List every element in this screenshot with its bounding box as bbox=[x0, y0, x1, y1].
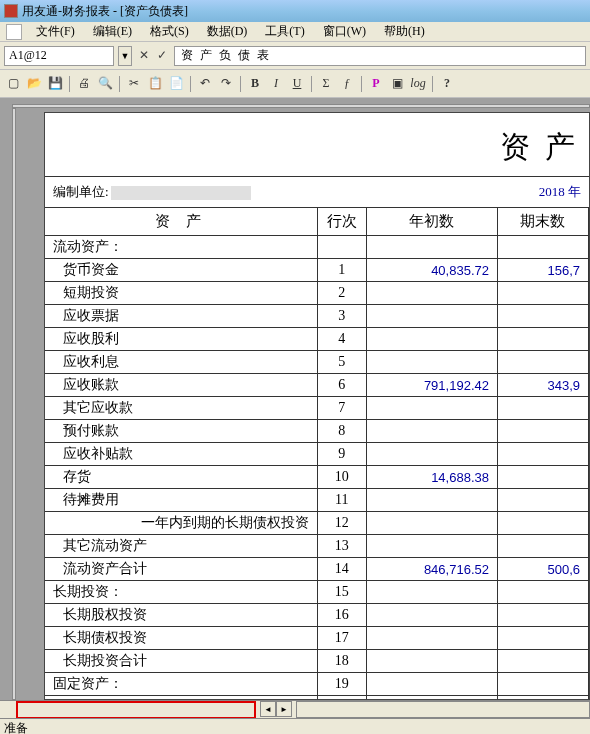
begin-cell[interactable] bbox=[367, 489, 498, 512]
line-cell[interactable]: 17 bbox=[318, 627, 367, 650]
end-cell[interactable] bbox=[498, 282, 589, 305]
end-cell[interactable] bbox=[498, 604, 589, 627]
begin-cell[interactable]: 40,835.72 bbox=[367, 259, 498, 282]
save-icon[interactable]: 💾 bbox=[46, 75, 64, 93]
begin-cell[interactable]: 14,688.38 bbox=[367, 466, 498, 489]
begin-cell[interactable] bbox=[367, 627, 498, 650]
begin-cell[interactable] bbox=[367, 512, 498, 535]
line-cell[interactable]: 8 bbox=[318, 420, 367, 443]
ruler-horizontal[interactable] bbox=[12, 104, 590, 108]
table-row[interactable]: 流动资产： bbox=[45, 236, 589, 259]
end-cell[interactable] bbox=[498, 351, 589, 374]
function-icon[interactable]: ƒ bbox=[338, 75, 356, 93]
end-cell[interactable] bbox=[498, 489, 589, 512]
window-icon[interactable]: ▣ bbox=[388, 75, 406, 93]
line-cell[interactable]: 12 bbox=[318, 512, 367, 535]
cut-icon[interactable]: ✂ bbox=[125, 75, 143, 93]
line-cell[interactable]: 10 bbox=[318, 466, 367, 489]
print-icon[interactable]: 🖨 bbox=[75, 75, 93, 93]
sum-icon[interactable]: Σ bbox=[317, 75, 335, 93]
begin-cell[interactable] bbox=[367, 328, 498, 351]
line-cell[interactable]: 1 bbox=[318, 259, 367, 282]
end-cell[interactable] bbox=[498, 627, 589, 650]
paste-icon[interactable]: 📄 bbox=[167, 75, 185, 93]
table-row[interactable]: 其它流动资产13 bbox=[45, 535, 589, 558]
scroll-right-icon[interactable]: ► bbox=[276, 701, 292, 717]
line-cell[interactable]: 3 bbox=[318, 305, 367, 328]
table-row[interactable]: 预付账款8 bbox=[45, 420, 589, 443]
cell-ref-dropdown[interactable]: ▼ bbox=[118, 46, 132, 66]
begin-cell[interactable] bbox=[367, 581, 498, 604]
ruler-vertical[interactable] bbox=[12, 108, 16, 700]
preview-icon[interactable]: 🔍 bbox=[96, 75, 114, 93]
end-cell[interactable] bbox=[498, 650, 589, 673]
begin-cell[interactable] bbox=[367, 650, 498, 673]
underline-icon[interactable]: U bbox=[288, 75, 306, 93]
table-row[interactable]: 存货1014,688.38 bbox=[45, 466, 589, 489]
menu-tools[interactable]: 工具(T) bbox=[257, 21, 312, 42]
open-icon[interactable]: 📂 bbox=[25, 75, 43, 93]
table-row[interactable]: 长期投资合计18 bbox=[45, 650, 589, 673]
table-row[interactable]: 应收补贴款9 bbox=[45, 443, 589, 466]
asset-cell[interactable]: 存货 bbox=[45, 466, 318, 489]
end-cell[interactable] bbox=[498, 397, 589, 420]
table-row[interactable]: 其它应收款7 bbox=[45, 397, 589, 420]
asset-cell[interactable]: 长期投资合计 bbox=[45, 650, 318, 673]
table-row[interactable]: 应收利息5 bbox=[45, 351, 589, 374]
asset-cell[interactable]: 待摊费用 bbox=[45, 489, 318, 512]
asset-cell[interactable]: 预付账款 bbox=[45, 420, 318, 443]
end-cell[interactable] bbox=[498, 466, 589, 489]
end-cell[interactable] bbox=[498, 673, 589, 696]
table-row[interactable]: 长期股权投资16 bbox=[45, 604, 589, 627]
begin-cell[interactable] bbox=[367, 673, 498, 696]
log-tool[interactable]: log bbox=[409, 75, 427, 93]
begin-cell[interactable]: 846,716.52 bbox=[367, 558, 498, 581]
help-icon[interactable]: ? bbox=[438, 75, 456, 93]
begin-cell[interactable] bbox=[367, 443, 498, 466]
table-row[interactable]: 应收票据3 bbox=[45, 305, 589, 328]
end-cell[interactable]: 156,7 bbox=[498, 259, 589, 282]
sheet-tabs-highlight[interactable] bbox=[16, 701, 256, 719]
p-tool-icon[interactable]: P bbox=[367, 75, 385, 93]
cell-reference-box[interactable]: A1@12 bbox=[4, 46, 114, 66]
end-cell[interactable] bbox=[498, 305, 589, 328]
cancel-icon[interactable]: ✕ bbox=[136, 48, 152, 64]
begin-cell[interactable] bbox=[367, 236, 498, 259]
line-cell[interactable]: 11 bbox=[318, 489, 367, 512]
begin-cell[interactable] bbox=[367, 397, 498, 420]
menu-data[interactable]: 数据(D) bbox=[199, 21, 256, 42]
line-cell[interactable]: 19 bbox=[318, 673, 367, 696]
table-row[interactable]: 长期债权投资17 bbox=[45, 627, 589, 650]
menu-edit[interactable]: 编辑(E) bbox=[85, 21, 140, 42]
line-cell[interactable]: 16 bbox=[318, 604, 367, 627]
end-cell[interactable] bbox=[498, 328, 589, 351]
asset-cell[interactable]: 应收补贴款 bbox=[45, 443, 318, 466]
end-cell[interactable] bbox=[498, 535, 589, 558]
copy-icon[interactable]: 📋 bbox=[146, 75, 164, 93]
asset-cell[interactable]: 一年内到期的长期债权投资 bbox=[45, 512, 318, 535]
line-cell[interactable]: 14 bbox=[318, 558, 367, 581]
undo-icon[interactable]: ↶ bbox=[196, 75, 214, 93]
redo-icon[interactable]: ↷ bbox=[217, 75, 235, 93]
table-row[interactable]: 货币资金140,835.72156,7 bbox=[45, 259, 589, 282]
asset-cell[interactable]: 流动资产： bbox=[45, 236, 318, 259]
end-cell[interactable]: 343,9 bbox=[498, 374, 589, 397]
bold-icon[interactable]: B bbox=[246, 75, 264, 93]
asset-cell[interactable]: 其它流动资产 bbox=[45, 535, 318, 558]
menu-format[interactable]: 格式(S) bbox=[142, 21, 197, 42]
line-cell[interactable]: 5 bbox=[318, 351, 367, 374]
asset-cell[interactable]: 应收票据 bbox=[45, 305, 318, 328]
menu-file[interactable]: 文件(F) bbox=[28, 21, 83, 42]
table-row[interactable]: 应收账款6791,192.42343,9 bbox=[45, 374, 589, 397]
asset-cell[interactable]: 其它应收款 bbox=[45, 397, 318, 420]
asset-cell[interactable]: 应收利息 bbox=[45, 351, 318, 374]
begin-cell[interactable] bbox=[367, 535, 498, 558]
line-cell[interactable]: 2 bbox=[318, 282, 367, 305]
asset-cell[interactable]: 长期投资： bbox=[45, 581, 318, 604]
line-cell[interactable] bbox=[318, 236, 367, 259]
horizontal-scrollbar[interactable] bbox=[296, 701, 590, 718]
asset-cell[interactable]: 应收账款 bbox=[45, 374, 318, 397]
begin-cell[interactable] bbox=[367, 351, 498, 374]
line-cell[interactable]: 9 bbox=[318, 443, 367, 466]
table-row[interactable]: 固定资产：19 bbox=[45, 673, 589, 696]
